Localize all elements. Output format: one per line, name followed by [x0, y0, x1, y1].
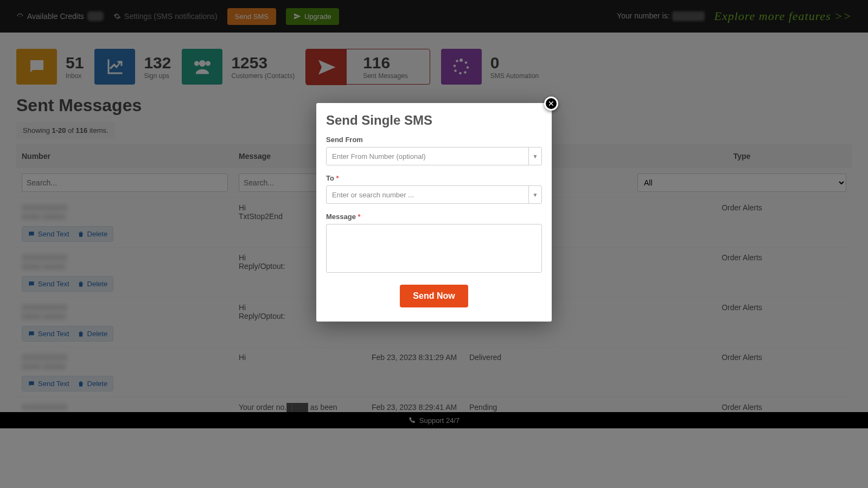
chevron-down-icon[interactable]: ▼: [528, 186, 541, 203]
send-now-button[interactable]: Send Now: [400, 285, 468, 307]
chevron-down-icon[interactable]: ▼: [528, 147, 541, 165]
modal-title: Send Single SMS: [326, 113, 542, 128]
message-textarea[interactable]: [326, 224, 542, 273]
from-number-select[interactable]: Enter From Number (optional) ▼: [326, 147, 542, 165]
from-label: Send From: [326, 136, 542, 144]
modal-close-button[interactable]: ✕: [544, 97, 558, 111]
to-number-select[interactable]: Enter or search number ... ▼: [326, 185, 542, 204]
send-sms-modal: ✕ Send Single SMS Send From Enter From N…: [316, 103, 552, 322]
message-label: Message *: [326, 213, 542, 221]
to-label: To *: [326, 174, 542, 182]
